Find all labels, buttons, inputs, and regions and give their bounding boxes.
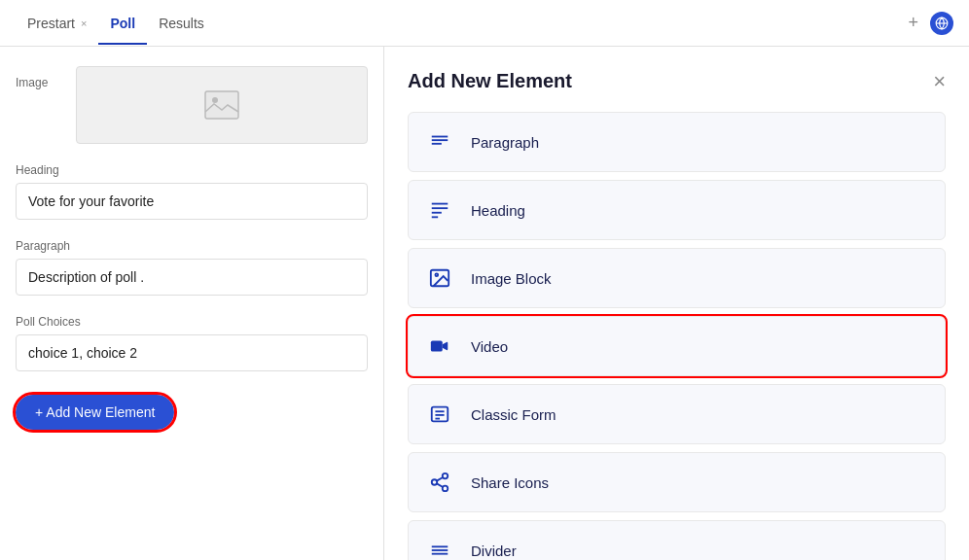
video-icon-svg <box>429 335 450 357</box>
paragraph-icon <box>424 126 455 158</box>
svg-point-12 <box>435 273 438 276</box>
svg-line-21 <box>437 483 443 487</box>
svg-point-19 <box>432 479 438 485</box>
top-nav: Prestart × Poll Results + <box>0 0 969 47</box>
element-item-image-block-label: Image Block <box>471 270 552 287</box>
element-item-heading-label: Heading <box>471 202 525 219</box>
image-placeholder[interactable] <box>76 66 368 144</box>
image-label: Image <box>16 66 64 89</box>
element-list: Paragraph Heading <box>408 112 946 560</box>
tab-results-label: Results <box>159 16 204 31</box>
right-panel-header: Add New Element × <box>408 70 946 92</box>
svg-rect-13 <box>431 341 443 352</box>
element-item-classic-form[interactable]: Classic Form <box>408 384 946 444</box>
image-content <box>76 66 368 144</box>
element-item-heading[interactable]: Heading <box>408 180 946 240</box>
heading-field-label: Heading <box>16 163 368 177</box>
poll-choices-input[interactable] <box>16 334 368 371</box>
svg-point-3 <box>212 97 218 103</box>
element-item-divider[interactable]: Divider <box>408 520 946 560</box>
element-item-share-icons-label: Share Icons <box>471 474 549 491</box>
poll-choices-section: Poll Choices <box>16 315 368 371</box>
tab-prestart-close[interactable]: × <box>81 18 87 29</box>
classic-form-icon <box>424 399 455 430</box>
tab-poll[interactable]: Poll <box>98 2 147 45</box>
right-panel-title: Add New Element <box>408 70 572 92</box>
paragraph-field-label: Paragraph <box>16 239 368 253</box>
heading-input[interactable] <box>16 183 368 220</box>
left-panel: Image Heading Paragraph Pol <box>0 47 384 560</box>
tab-prestart[interactable]: Prestart × <box>16 2 98 45</box>
heading-section: Heading <box>16 163 368 220</box>
element-item-share-icons[interactable]: Share Icons <box>408 452 946 512</box>
heading-icon <box>424 194 455 226</box>
close-panel-button[interactable]: × <box>933 71 946 92</box>
video-icon <box>424 331 455 362</box>
svg-line-22 <box>437 477 443 481</box>
element-item-video[interactable]: Video <box>408 316 946 376</box>
image-section: Image <box>16 66 368 144</box>
element-item-video-label: Video <box>471 338 508 355</box>
add-new-element-button[interactable]: + Add New Element <box>16 395 174 430</box>
image-block-icon <box>424 262 455 294</box>
image-placeholder-icon <box>204 90 239 120</box>
right-panel: Add New Element × Paragraph <box>384 47 969 560</box>
element-item-divider-label: Divider <box>471 542 517 559</box>
divider-icon <box>424 535 455 560</box>
poll-choices-label: Poll Choices <box>16 315 368 329</box>
nav-globe-button[interactable] <box>930 12 953 35</box>
paragraph-input[interactable] <box>16 259 368 296</box>
paragraph-section: Paragraph <box>16 239 368 296</box>
svg-point-18 <box>443 473 449 479</box>
tab-prestart-label: Prestart <box>27 16 75 31</box>
add-new-element-label: + Add New Element <box>35 404 155 420</box>
element-item-classic-form-label: Classic Form <box>471 406 556 423</box>
share-icons-icon <box>424 467 455 498</box>
svg-rect-2 <box>205 91 238 119</box>
element-item-paragraph-label: Paragraph <box>471 134 539 151</box>
tab-poll-label: Poll <box>110 16 135 31</box>
element-item-image-block[interactable]: Image Block <box>408 248 946 308</box>
element-item-paragraph[interactable]: Paragraph <box>408 112 946 172</box>
tab-results[interactable]: Results <box>147 2 216 45</box>
svg-point-20 <box>443 486 449 492</box>
main-content: Image Heading Paragraph Pol <box>0 47 969 560</box>
nav-actions: + <box>908 12 953 35</box>
nav-add-icon[interactable]: + <box>908 13 918 33</box>
